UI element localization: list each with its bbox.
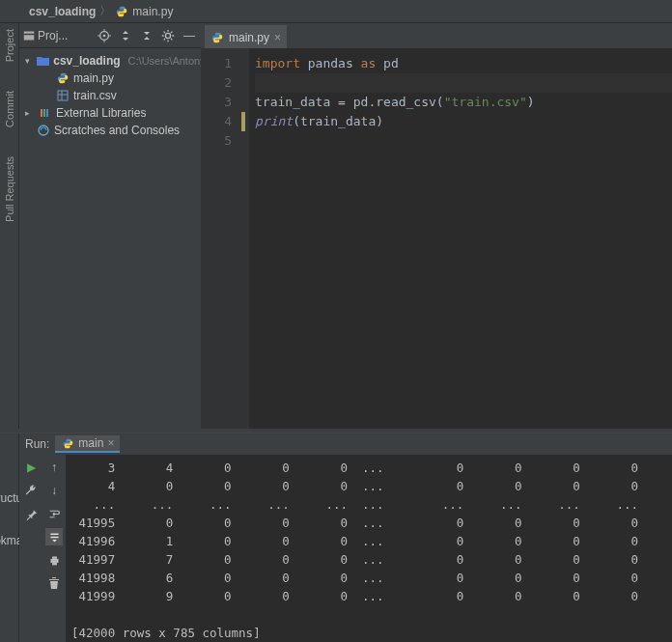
tree-file-train[interactable]: train.csv <box>19 87 201 104</box>
run-label: Run: <box>25 437 49 451</box>
svg-rect-16 <box>50 558 58 562</box>
tree-root-label: csv_loading <box>53 54 120 68</box>
breadcrumb-separator: 〉 <box>99 3 111 19</box>
collapse-all-icon[interactable] <box>139 28 154 43</box>
run-config-label: main <box>78 436 103 450</box>
editor-tab-main[interactable]: main.py × <box>205 25 287 48</box>
project-tree: ▾ csv_loading C:\Users\Antony G main.py … <box>19 48 201 143</box>
chevron-down-icon: ▾ <box>25 56 33 66</box>
close-icon[interactable]: × <box>274 31 281 44</box>
warning-marker-icon[interactable] <box>239 112 249 131</box>
project-panel-header: Proj... — <box>19 23 201 48</box>
svg-rect-14 <box>46 109 48 117</box>
tab-commit[interactable]: Commit <box>4 91 15 127</box>
run-panel: Structure Bookmarks Run: main × ▶ ↑ ↓ <box>0 433 672 642</box>
tab-pull-requests[interactable]: Pull Requests <box>4 156 15 222</box>
breadcrumb: csv_loading 〉 main.py <box>0 0 672 23</box>
tree-item-label: External Libraries <box>56 106 146 120</box>
project-panel: Proj... — ▾ csv_loading C:\Users\Antony … <box>19 23 201 429</box>
left-tool-strip-bottom: Structure Bookmarks <box>0 433 19 642</box>
print-icon[interactable] <box>45 551 63 569</box>
marker-gutter <box>239 48 249 429</box>
scratches-icon <box>37 124 50 137</box>
tree-file-main[interactable]: main.py <box>19 70 201 87</box>
code-editor[interactable]: 1 2 3 4 5 import pandas as pd train_data… <box>201 48 672 429</box>
tree-scratches[interactable]: Scratches and Consoles <box>19 122 201 139</box>
scroll-to-end-icon[interactable] <box>45 528 63 545</box>
tree-item-label: Scratches and Consoles <box>54 124 180 137</box>
gear-icon[interactable] <box>160 28 176 43</box>
svg-rect-12 <box>41 109 42 117</box>
svg-rect-17 <box>52 556 57 558</box>
rerun-icon[interactable]: ▶ <box>22 459 40 476</box>
libraries-icon <box>39 106 52 120</box>
run-toolbar-right: ↑ ↓ <box>42 455 66 642</box>
locate-icon[interactable] <box>97 28 112 43</box>
breadcrumb-file[interactable]: main.py <box>132 5 173 18</box>
tree-external-libraries[interactable]: ▸ External Libraries <box>19 104 201 122</box>
editor-area: main.py × 1 2 3 4 5 import pandas as pd … <box>201 23 672 429</box>
run-header: Run: main × <box>19 433 672 455</box>
pin-icon[interactable] <box>22 505 40 522</box>
chevron-right-icon: ▸ <box>25 108 35 118</box>
run-toolbar-left: ▶ <box>19 455 42 642</box>
down-arrow-icon[interactable]: ↓ <box>45 482 63 499</box>
tree-root-path: C:\Users\Antony G <box>128 55 201 67</box>
wrench-icon[interactable] <box>22 482 40 499</box>
tree-item-label: main.py <box>73 71 114 85</box>
left-tool-strip: Project Commit Pull Requests <box>0 23 19 429</box>
python-file-icon <box>56 71 70 85</box>
soft-wrap-icon[interactable] <box>45 505 63 522</box>
svg-point-8 <box>165 33 170 38</box>
close-icon[interactable]: × <box>107 436 114 450</box>
python-file-icon <box>210 31 224 44</box>
csv-file-icon <box>56 89 70 102</box>
up-arrow-icon[interactable]: ↑ <box>45 459 63 476</box>
run-config-tab[interactable]: main × <box>55 435 120 453</box>
console-output[interactable]: 3 4 0 0 0 ... 0 0 0 0 4 0 0 0 0 ... 0 0 … <box>66 455 672 642</box>
python-file-icon <box>115 5 128 18</box>
editor-tab-label: main.py <box>229 31 269 44</box>
svg-rect-0 <box>24 31 35 33</box>
svg-point-3 <box>103 34 106 37</box>
python-file-icon <box>61 436 74 450</box>
line-gutter: 1 2 3 4 5 <box>201 48 239 429</box>
breadcrumb-root[interactable]: csv_loading <box>29 5 96 18</box>
hide-icon[interactable]: — <box>182 28 197 43</box>
tab-project[interactable]: Project <box>4 29 15 62</box>
trash-icon[interactable] <box>45 574 63 592</box>
svg-rect-9 <box>58 91 68 100</box>
tree-item-label: train.csv <box>73 89 117 102</box>
tree-root[interactable]: ▾ csv_loading C:\Users\Antony G <box>19 52 201 70</box>
svg-rect-1 <box>24 35 35 40</box>
folder-icon <box>37 54 49 68</box>
expand-all-icon[interactable] <box>118 28 133 43</box>
code-body[interactable]: import pandas as pd train_data = pd.read… <box>249 48 672 429</box>
project-panel-title[interactable]: Proj... <box>23 29 68 42</box>
svg-rect-13 <box>43 109 45 117</box>
svg-rect-18 <box>52 562 57 564</box>
editor-tab-bar: main.py × <box>201 23 672 48</box>
